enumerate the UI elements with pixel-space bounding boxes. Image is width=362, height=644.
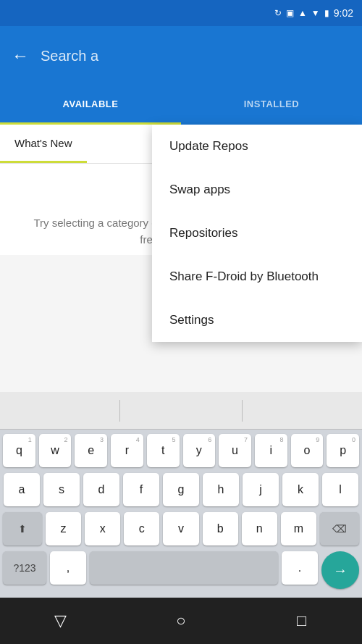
refresh-icon: ↻ xyxy=(274,8,282,18)
num123-key[interactable]: ?123 xyxy=(3,551,46,585)
key-u[interactable]: 7u xyxy=(219,434,251,467)
key-h[interactable]: h xyxy=(203,473,239,506)
period-key[interactable]: . xyxy=(282,551,318,585)
space-key[interactable] xyxy=(90,551,278,585)
content-area: What's New No app Try selecting a catego… xyxy=(0,125,362,255)
menu-item-share-fdroid[interactable]: Share F-Droid by Bluetooth xyxy=(152,255,362,298)
key-y[interactable]: 6y xyxy=(183,434,216,467)
enter-key[interactable]: → xyxy=(321,551,359,589)
vibrate-icon: ▣ xyxy=(286,8,294,18)
nav-home-button[interactable]: ○ xyxy=(163,603,199,639)
key-a[interactable]: a xyxy=(4,473,40,506)
shift-key[interactable]: ⬆ xyxy=(3,512,42,545)
key-t[interactable]: 5t xyxy=(147,434,180,467)
time-display: 9:02 xyxy=(334,7,353,19)
nav-back-button[interactable]: ▽ xyxy=(42,603,78,639)
keyboard-rows: 1q 2w 3e 4r 5t 6y 7u 8i 9o 0p a s d f g … xyxy=(0,430,362,598)
menu-item-swap-apps[interactable]: Swap apps xyxy=(152,168,362,212)
menu-item-repositories[interactable]: Repositories xyxy=(152,212,362,255)
key-s[interactable]: s xyxy=(43,473,80,506)
dropdown-menu: Update Repos Swap apps Repositories Shar… xyxy=(152,125,362,342)
tab-installed[interactable]: INSTALLED xyxy=(181,85,362,125)
keyboard-area: 1q 2w 3e 4r 5t 6y 7u 8i 9o 0p a s d f g … xyxy=(0,392,362,598)
key-row-zxcv: ⬆ z x c v b n m ⌫ xyxy=(3,512,359,545)
signal-icon: ▲ xyxy=(298,8,307,18)
key-n[interactable]: n xyxy=(242,512,277,545)
key-e[interactable]: 3e xyxy=(75,434,107,467)
key-x[interactable]: x xyxy=(85,512,120,545)
tabs-bar: AVAILABLE INSTALLED xyxy=(0,85,362,125)
search-title[interactable]: Search a xyxy=(41,48,350,64)
tab-available[interactable]: AVAILABLE xyxy=(0,85,181,125)
key-w[interactable]: 2w xyxy=(39,434,72,467)
key-z[interactable]: z xyxy=(46,512,81,545)
key-f[interactable]: f xyxy=(123,473,159,506)
battery-icon: ▮ xyxy=(324,8,329,18)
enter-icon: → xyxy=(333,562,348,579)
app-bar: ← Search a xyxy=(0,26,362,85)
key-v[interactable]: v xyxy=(163,512,198,545)
keyboard-suggestions xyxy=(0,392,362,430)
key-c[interactable]: c xyxy=(124,512,159,545)
comma-key[interactable]: , xyxy=(50,551,86,585)
key-q[interactable]: 1q xyxy=(3,434,35,467)
nav-bar: ▽ ○ □ xyxy=(0,598,362,644)
key-d[interactable]: d xyxy=(83,473,119,506)
key-row-numbers: 1q 2w 3e 4r 5t 6y 7u 8i 9o 0p xyxy=(3,434,359,467)
divider-2 xyxy=(242,400,243,422)
menu-item-update-repos[interactable]: Update Repos xyxy=(152,125,362,168)
back-button[interactable]: ← xyxy=(12,46,29,66)
key-r[interactable]: 4r xyxy=(111,434,143,467)
menu-item-settings[interactable]: Settings xyxy=(152,298,362,342)
key-o[interactable]: 9o xyxy=(291,434,324,467)
key-l[interactable]: l xyxy=(322,473,358,506)
key-p[interactable]: 0p xyxy=(327,434,359,467)
nav-recent-button[interactable]: □ xyxy=(284,603,320,639)
key-g[interactable]: g xyxy=(163,473,199,506)
key-j[interactable]: j xyxy=(243,473,279,506)
wifi-icon: ▼ xyxy=(311,8,320,18)
key-i[interactable]: 8i xyxy=(255,434,287,467)
key-m[interactable]: m xyxy=(281,512,316,545)
key-k[interactable]: k xyxy=(282,473,319,506)
status-icons: ↻ ▣ ▲ ▼ ▮ 9:02 xyxy=(274,7,353,19)
key-row-asdf: a s d f g h j k l xyxy=(3,473,359,506)
divider-1 xyxy=(119,400,120,422)
key-b[interactable]: b xyxy=(203,512,238,545)
backspace-key[interactable]: ⌫ xyxy=(320,512,359,545)
key-row-bottom: ?123 , . → xyxy=(3,551,359,589)
status-bar: ↻ ▣ ▲ ▼ ▮ 9:02 xyxy=(0,0,362,26)
